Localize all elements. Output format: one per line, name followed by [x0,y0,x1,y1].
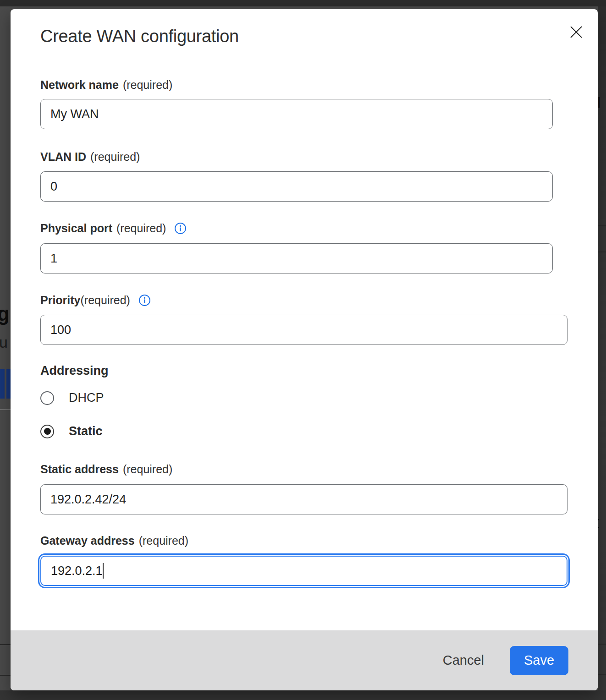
vlan-id-label: VLAN ID (required) [40,149,140,164]
radio-selected-icon [40,425,54,438]
background-right-band [598,6,606,690]
save-button[interactable]: Save [510,646,568,675]
background-divider [598,225,606,226]
radio-unselected-icon [40,391,54,405]
dialog-title: Create WAN configuration [40,27,239,46]
background-divider [0,644,11,645]
background-divider [0,409,11,410]
radio-option-static[interactable]: Static [40,424,103,438]
radio-option-label: Static [69,424,103,438]
gateway-address-label: Gateway address (required) [40,533,188,548]
network-name-input[interactable] [40,99,553,129]
background-divider [598,674,606,675]
background-divider [598,252,606,252]
required-hint: (required) [90,149,140,164]
background-text-fragment: u [0,334,8,351]
dialog-footer: Cancel Save [11,630,598,690]
physical-port-input[interactable] [40,243,553,273]
physical-port-label: Physical port (required) [40,220,187,236]
required-hint: (required) [123,77,172,93]
addressing-heading: Addressing [40,364,109,378]
gateway-address-input[interactable] [40,556,567,586]
priority-input[interactable] [40,315,567,345]
required-hint: (required) [139,533,188,548]
static-address-input[interactable] [40,484,567,514]
cancel-button[interactable]: Cancel [438,650,489,671]
priority-label: Priority (required) [40,292,151,308]
background-divider [0,675,11,676]
background-blue-fragment [6,369,11,399]
background-bottom-band [0,690,606,700]
background-divider [598,644,606,645]
vlan-id-input[interactable] [40,171,553,202]
radio-option-dhcp[interactable]: DHCP [40,391,104,405]
close-icon [570,26,583,38]
text-cursor [103,563,104,579]
radio-option-label: DHCP [69,391,104,405]
required-hint: (required) [123,461,172,477]
required-hint: (required) [116,220,166,236]
background-text-fragment: g [0,302,8,325]
background-top-band [0,0,606,6]
gateway-address-field [40,556,567,586]
required-hint: (required) [81,292,130,308]
background-blue-fragment [0,369,5,399]
create-wan-dialog: Create WAN configuration Network name (r… [11,9,598,690]
info-icon[interactable] [174,222,187,235]
close-button[interactable] [566,22,586,42]
info-icon[interactable] [138,294,151,306]
static-address-label: Static address (required) [40,461,172,477]
network-name-label: Network name (required) [40,77,172,93]
